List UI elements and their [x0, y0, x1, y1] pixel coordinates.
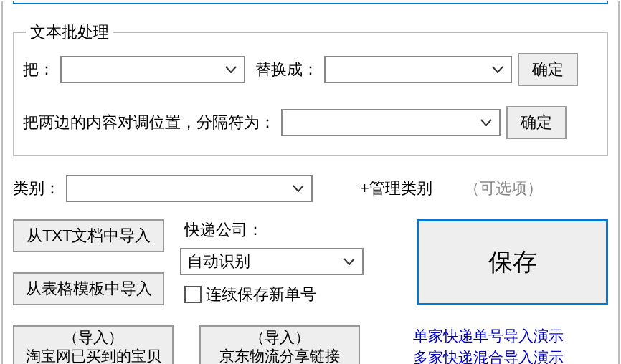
text-batch-group: 文本批处理 把： 替换成： 确定 把两边的内容对调位置，分隔符为：: [13, 21, 608, 156]
manage-category-link[interactable]: +管理类别: [360, 178, 432, 199]
continuous-save-checkbox[interactable]: [184, 286, 202, 303]
chevron-down-icon: [285, 185, 311, 192]
import-txt-button[interactable]: 从TXT文档中导入: [13, 219, 164, 252]
chevron-down-icon: [485, 66, 511, 73]
chevron-down-icon: [336, 258, 362, 265]
chevron-down-icon: [218, 66, 244, 73]
import-taobao-button[interactable]: （导入） 淘宝网已买到的宝贝: [13, 325, 174, 364]
label-replace: 替换成：: [255, 59, 318, 80]
import-jd-button[interactable]: （导入） 京东物流分享链接: [199, 325, 360, 364]
label-courier: 快递公司：: [184, 219, 364, 241]
confirm-replace-button[interactable]: 确定: [518, 53, 578, 86]
confirm-swap-button[interactable]: 确定: [506, 106, 567, 139]
optional-hint: （可选项）: [464, 178, 543, 199]
main-panel: 文本批处理 把： 替换成： 确定 把两边的内容对调位置，分隔符为：: [1, 1, 620, 364]
combo-category[interactable]: [66, 175, 313, 202]
combo-separator[interactable]: [281, 109, 501, 136]
continuous-save-label: 连续保存新单号: [206, 284, 316, 305]
combo-replace[interactable]: [324, 56, 512, 83]
demo-multi-link[interactable]: 多家快递混合导入演示: [413, 347, 564, 364]
save-button[interactable]: 保存: [417, 219, 608, 305]
label-put: 把：: [23, 59, 54, 80]
import-table-button[interactable]: 从表格模板中导入: [13, 272, 164, 305]
label-swap: 把两边的内容对调位置，分隔符为：: [23, 112, 275, 133]
demo-single-link[interactable]: 单家快递单号导入演示: [413, 325, 564, 347]
text-batch-legend: 文本批处理: [26, 21, 113, 43]
combo-put[interactable]: [60, 56, 245, 83]
combo-courier[interactable]: 自动识别: [180, 248, 364, 275]
label-category: 类别：: [13, 178, 60, 199]
chevron-down-icon: [473, 119, 499, 126]
